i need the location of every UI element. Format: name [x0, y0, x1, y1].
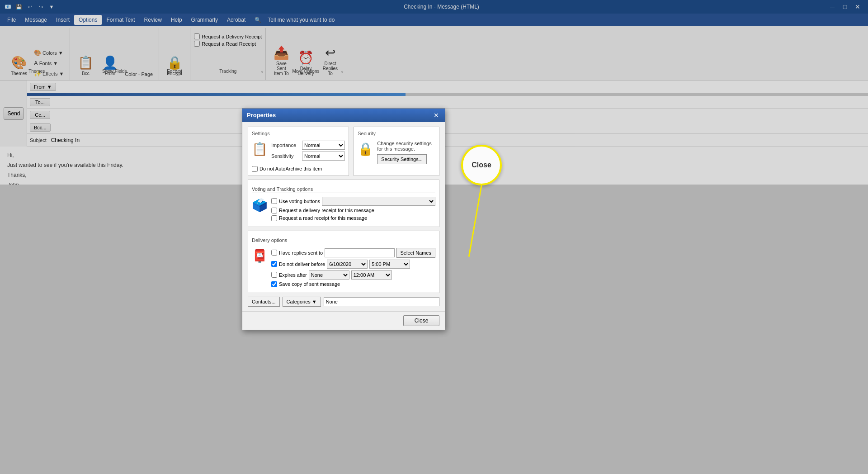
voting-section: Voting and Tracking options 🗳️ Use votin…	[248, 180, 439, 227]
save-copy-label: Save copy of sent message	[279, 281, 340, 287]
properties-dialog: Properties ✕ Settings 📋 Importance	[242, 108, 445, 330]
dialog-titlebar-close[interactable]: ✕	[432, 111, 440, 119]
security-header: Security	[358, 131, 435, 136]
annotation-label: Close	[472, 161, 491, 169]
delivery-inner: 📮 Have replies sent to Select Names Do n…	[252, 246, 435, 289]
sensitivity-label: Sensitivity	[271, 153, 302, 159]
no-deliver-label: Do not deliver before	[279, 261, 325, 267]
read-receipt-dialog-label: Request a read receipt for this message	[279, 215, 367, 221]
dialog-overlay: Properties ✕ Settings 📋 Importance	[0, 0, 868, 474]
settings-content: Importance Low Normal High Sensitivity	[271, 141, 345, 162]
delivery-section: Delivery options 📮 Have replies sent to …	[248, 231, 439, 293]
use-voting-label: Use voting buttons	[279, 199, 320, 204]
importance-label: Importance	[271, 142, 302, 148]
auto-archive-row: Do not AutoArchive this item	[252, 166, 345, 172]
replies-input[interactable]	[325, 248, 394, 257]
delivery-receipt-dialog-checkbox[interactable]	[271, 208, 277, 213]
settings-icon: 📋	[252, 142, 268, 156]
settings-security-row: Settings 📋 Importance Low Normal High	[248, 127, 439, 176]
importance-select[interactable]: Low Normal High	[302, 141, 345, 150]
sensitivity-row: Sensitivity Normal Personal Private Conf…	[271, 152, 345, 161]
voting-icon: 🗳️	[252, 198, 268, 213]
dialog-close-btn[interactable]: Close	[403, 315, 439, 326]
categories-label: Categories	[287, 299, 311, 304]
expires-checkbox[interactable]	[271, 272, 277, 278]
dialog-titlebar: Properties ✕	[242, 109, 445, 122]
settings-section: Settings 📋 Importance Low Normal High	[248, 127, 349, 176]
dialog-footer: Close	[242, 311, 445, 330]
annotation-line	[468, 185, 482, 257]
security-text: Change security settings for this messag…	[377, 141, 435, 152]
read-receipt-dialog-checkbox[interactable]	[271, 215, 277, 221]
read-receipt-dialog-row: Request a read receipt for this message	[271, 215, 435, 221]
security-inner: 🔒 Change security settings for this mess…	[358, 139, 435, 166]
categories-input[interactable]	[324, 297, 439, 306]
dialog-body: Settings 📋 Importance Low Normal High	[242, 122, 445, 311]
security-section: Security 🔒 Change security settings for …	[354, 127, 439, 176]
expires-row: Expires after None 12:00 AM	[271, 270, 435, 280]
annotation-container: Close	[461, 145, 502, 185]
replies-label: Have replies sent to	[279, 250, 323, 256]
security-settings-btn[interactable]: Security Settings...	[377, 154, 427, 164]
categories-btn[interactable]: Categories ▼	[283, 297, 321, 307]
expires-date-select[interactable]: None	[309, 270, 349, 280]
importance-row: Importance Low Normal High	[271, 141, 345, 150]
no-deliver-checkbox[interactable]	[271, 261, 277, 267]
voting-select[interactable]: Approve;Reject Yes;No Yes;No;Maybe	[322, 197, 435, 206]
no-deliver-time-select[interactable]: 5:00 PM	[369, 260, 410, 269]
use-voting-checkbox[interactable]	[271, 198, 277, 204]
contacts-btn[interactable]: Contacts...	[248, 297, 280, 307]
voting-inner: 🗳️ Use voting buttons Approve;Reject Yes…	[252, 195, 435, 223]
no-deliver-row: Do not deliver before 6/10/2020 5:00 PM	[271, 260, 435, 269]
categories-dropdown-icon: ▼	[312, 299, 317, 304]
use-voting-row: Use voting buttons Approve;Reject Yes;No…	[271, 197, 435, 206]
delivery-content: Have replies sent to Select Names Do not…	[271, 248, 435, 287]
annotation-circle: Close	[461, 145, 502, 185]
auto-archive-label: Do not AutoArchive this item	[259, 166, 322, 171]
security-icon: 🔒	[358, 142, 373, 156]
security-content: Change security settings for this messag…	[377, 141, 435, 164]
sensitivity-select[interactable]: Normal Personal Private Confidential	[302, 152, 345, 161]
expires-time-select[interactable]: 12:00 AM	[351, 270, 392, 280]
dialog-bottom: Contacts... Categories ▼	[248, 297, 439, 307]
settings-inner: 📋 Importance Low Normal High	[252, 139, 345, 164]
auto-archive-checkbox[interactable]	[252, 166, 258, 172]
delivery-receipt-dialog-row: Request a delivery receipt for this mess…	[271, 208, 435, 213]
delivery-receipt-dialog-label: Request a delivery receipt for this mess…	[279, 208, 374, 213]
replies-row: Have replies sent to Select Names	[271, 248, 435, 258]
replies-checkbox[interactable]	[271, 250, 277, 256]
no-deliver-date-select[interactable]: 6/10/2020	[327, 260, 368, 269]
expires-label: Expires after	[279, 272, 307, 278]
select-names-btn[interactable]: Select Names	[396, 248, 435, 258]
dialog-title: Properties	[247, 112, 276, 118]
save-copy-checkbox[interactable]	[271, 281, 277, 287]
settings-header: Settings	[252, 131, 345, 136]
delivery-icon: 📮	[252, 249, 268, 264]
delivery-header: Delivery options	[252, 237, 435, 244]
save-copy-row: Save copy of sent message	[271, 281, 435, 287]
voting-content: Use voting buttons Approve;Reject Yes;No…	[271, 197, 435, 221]
voting-header: Voting and Tracking options	[252, 186, 435, 193]
